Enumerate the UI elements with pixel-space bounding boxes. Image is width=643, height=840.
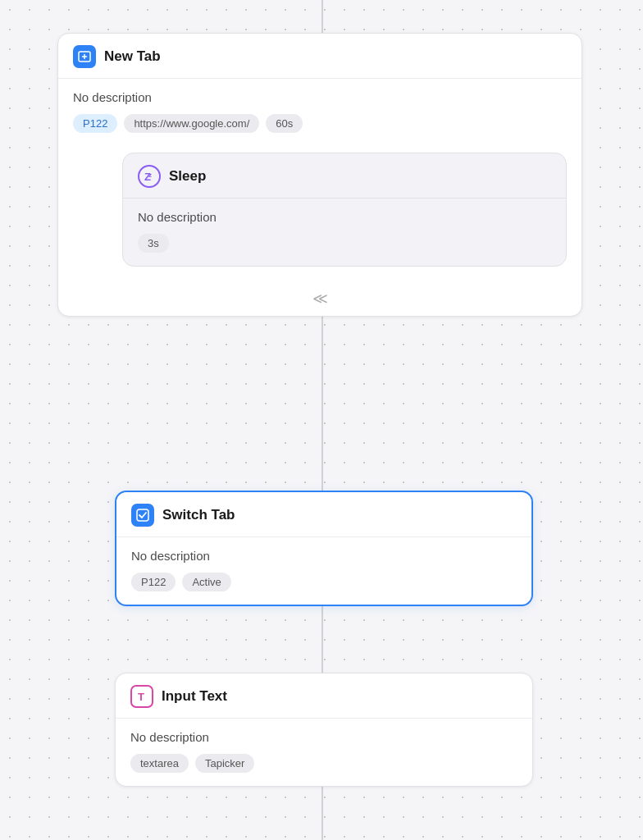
switch-tab-header: Switch Tab bbox=[116, 492, 531, 537]
new-tab-header: New Tab bbox=[58, 34, 581, 79]
new-tab-title: New Tab bbox=[104, 48, 161, 65]
switch-tab-icon bbox=[131, 504, 154, 527]
sleep-title: Sleep bbox=[169, 168, 206, 185]
switch-tab-tag-p122: P122 bbox=[131, 573, 176, 591]
switch-tab-title: Switch Tab bbox=[162, 507, 235, 523]
new-tab-tags: P122 https://www.google.com/ 60s bbox=[73, 114, 567, 133]
switch-tab-description: No description bbox=[131, 549, 517, 563]
sleep-icon: Z z bbox=[138, 165, 161, 188]
new-tab-outer-card: New Tab No description P122 https://www.… bbox=[57, 33, 582, 317]
sleep-header: Z z Sleep bbox=[123, 153, 566, 199]
new-tab-tag-60s: 60s bbox=[266, 114, 303, 133]
input-text-header: T Input Text bbox=[116, 673, 532, 719]
switch-tab-tags: P122 Active bbox=[131, 573, 517, 591]
input-text-tag-tapicker: Tapicker bbox=[195, 754, 254, 773]
input-text-card: T Input Text No description textarea Tap… bbox=[115, 673, 533, 787]
svg-text:z: z bbox=[148, 171, 152, 179]
input-text-title: Input Text bbox=[162, 688, 227, 705]
input-text-icon: T bbox=[130, 685, 153, 708]
new-tab-icon bbox=[73, 45, 96, 68]
switch-tab-body: No description P122 Active bbox=[116, 537, 531, 605]
new-tab-tag-url: https://www.google.com/ bbox=[124, 114, 259, 133]
new-tab-description: No description bbox=[73, 90, 567, 104]
sleep-card: Z z Sleep No description 3s bbox=[122, 153, 567, 267]
svg-text:T: T bbox=[138, 691, 144, 703]
input-text-tags: textarea Tapicker bbox=[130, 754, 518, 773]
sleep-body: No description 3s bbox=[123, 199, 566, 266]
collapse-icon: ≪ bbox=[312, 291, 328, 306]
sleep-description: No description bbox=[138, 210, 551, 224]
switch-tab-tag-active: Active bbox=[182, 573, 230, 591]
sleep-tags: 3s bbox=[138, 234, 551, 253]
input-text-description: No description bbox=[130, 730, 518, 744]
flow-canvas: New Tab No description P122 https://www.… bbox=[0, 0, 643, 840]
collapse-bar[interactable]: ≪ bbox=[58, 283, 581, 316]
input-text-tag-textarea: textarea bbox=[130, 754, 189, 773]
input-text-body: No description textarea Tapicker bbox=[116, 719, 532, 786]
switch-tab-card[interactable]: Switch Tab No description P122 Active bbox=[115, 491, 533, 606]
sleep-tag-3s: 3s bbox=[138, 234, 169, 253]
new-tab-body: No description P122 https://www.google.c… bbox=[58, 79, 581, 267]
new-tab-tag-p122: P122 bbox=[73, 114, 117, 133]
